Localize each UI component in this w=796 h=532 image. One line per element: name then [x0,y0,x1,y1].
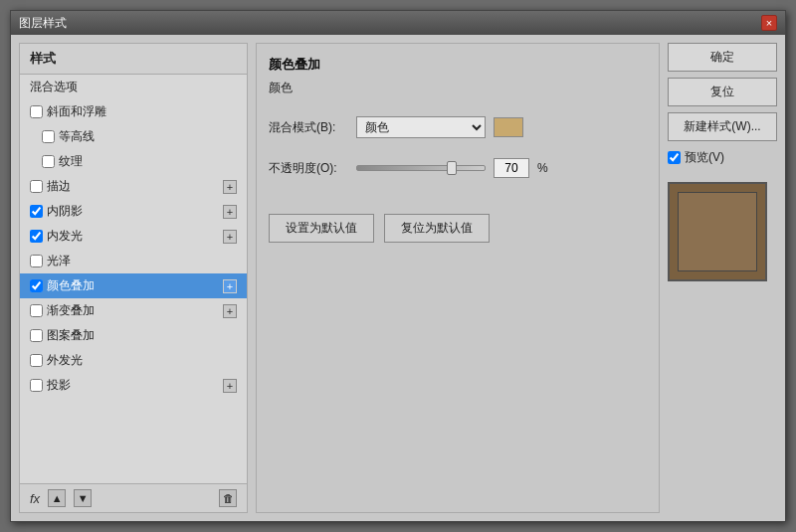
new-style-button[interactable]: 新建样式(W)... [668,112,777,141]
preview-inner [678,192,757,271]
move-down-button[interactable]: ▼ [74,489,92,507]
delete-button[interactable]: 🗑 [219,489,237,507]
bevel-checkbox[interactable] [30,105,43,118]
section-title: 颜色叠加 颜色 [269,56,647,104]
blend-mode-label: 混合模式(B): [269,119,348,136]
texture-label: 纹理 [59,153,83,170]
move-up-button[interactable]: ▲ [48,489,66,507]
stroke-label: 描边 [47,178,71,195]
satin-label: 光泽 [47,253,71,269]
left-panel-header: 样式 [20,44,247,75]
sidebar-item-outer-glow[interactable]: 外发光 [20,348,247,373]
left-panel: 样式 混合选项 斜面和浮雕 等高线 [19,43,248,513]
satin-checkbox[interactable] [30,255,43,267]
percent-label: % [537,161,548,175]
outer-glow-label: 外发光 [47,352,83,369]
opacity-row: 不透明度(O): % [269,158,647,178]
sidebar-item-blend-options[interactable]: 混合选项 [20,75,247,99]
drop-shadow-plus[interactable]: + [223,379,237,393]
opacity-slider-thumb[interactable] [447,161,457,175]
layer-style-dialog: 图层样式 × 样式 混合选项 斜面和浮雕 [10,10,786,522]
contour-label: 等高线 [59,128,95,145]
sidebar-item-texture[interactable]: 纹理 [20,149,247,174]
inner-glow-checkbox[interactable] [30,230,43,243]
gradient-overlay-label: 渐变叠加 [47,302,95,319]
inner-shadow-checkbox[interactable] [30,205,43,218]
inner-glow-label: 内发光 [47,228,83,245]
fx-label: fx [30,491,40,506]
stroke-plus[interactable]: + [223,180,237,194]
bevel-label: 斜面和浮雕 [47,103,106,120]
preview-checkbox[interactable] [668,151,681,164]
reset-default-button[interactable]: 复位为默认值 [384,214,490,243]
inner-glow-plus[interactable]: + [223,230,237,244]
drop-shadow-label: 投影 [47,377,71,394]
sidebar-item-stroke[interactable]: 描边 + [20,174,247,199]
reset-button[interactable]: 复位 [668,78,777,106]
sidebar-item-contour[interactable]: 等高线 [20,124,247,149]
opacity-slider-track[interactable] [356,165,486,171]
sidebar-item-satin[interactable]: 光泽 [20,249,247,273]
texture-checkbox[interactable] [42,155,55,168]
pattern-overlay-label: 图案叠加 [47,327,95,344]
gradient-overlay-plus[interactable]: + [223,304,237,318]
blend-mode-row: 混合模式(B): 颜色 正常 溶解 变暗 正片叠底 颜色加深 线性加深 [269,116,647,138]
contour-checkbox[interactable] [42,130,55,143]
sidebar-item-gradient-overlay[interactable]: 渐变叠加 + [20,298,247,323]
sidebar-item-inner-glow[interactable]: 内发光 + [20,224,247,249]
stroke-checkbox[interactable] [30,180,43,193]
blend-mode-select[interactable]: 颜色 正常 溶解 变暗 正片叠底 颜色加深 线性加深 [356,116,486,138]
color-overlay-label: 颜色叠加 [47,277,95,294]
inner-shadow-plus[interactable]: + [223,205,237,219]
set-default-button[interactable]: 设置为默认值 [269,214,374,243]
left-panel-footer: fx ▲ ▼ 🗑 [20,483,247,512]
preview-box [668,182,767,281]
sidebar-item-inner-shadow[interactable]: 内阴影 + [20,199,247,224]
dialog-body: 样式 混合选项 斜面和浮雕 等高线 [11,35,785,521]
sidebar-item-color-overlay[interactable]: 颜色叠加 + [20,273,247,298]
color-overlay-checkbox[interactable] [30,279,43,292]
inner-shadow-label: 内阴影 [47,203,83,220]
sidebar-item-bevel[interactable]: 斜面和浮雕 [20,99,247,124]
close-button[interactable]: × [761,15,777,31]
default-buttons-row: 设置为默认值 复位为默认值 [269,214,647,243]
confirm-button[interactable]: 确定 [668,43,777,72]
outer-glow-checkbox[interactable] [30,354,43,367]
title-bar: 图层样式 × [11,11,785,35]
sidebar-item-pattern-overlay[interactable]: 图案叠加 [20,323,247,348]
opacity-value-input[interactable] [494,158,529,178]
preview-toggle[interactable]: 预览(V) [668,149,777,166]
opacity-label: 不透明度(O): [269,160,348,177]
color-swatch[interactable] [494,117,523,137]
dialog-title: 图层样式 [19,15,67,32]
middle-panel: 颜色叠加 颜色 混合模式(B): 颜色 正常 溶解 变暗 正片叠底 颜色加深 线… [256,43,660,513]
color-overlay-plus[interactable]: + [223,279,237,293]
gradient-overlay-checkbox[interactable] [30,304,43,317]
right-panel: 确定 复位 新建样式(W)... 预览(V) [668,43,777,513]
preview-label: 预览(V) [685,149,724,166]
drop-shadow-checkbox[interactable] [30,379,43,392]
sidebar-item-drop-shadow[interactable]: 投影 + [20,373,247,398]
blend-options-label: 混合选项 [30,79,78,95]
pattern-overlay-checkbox[interactable] [30,329,43,342]
